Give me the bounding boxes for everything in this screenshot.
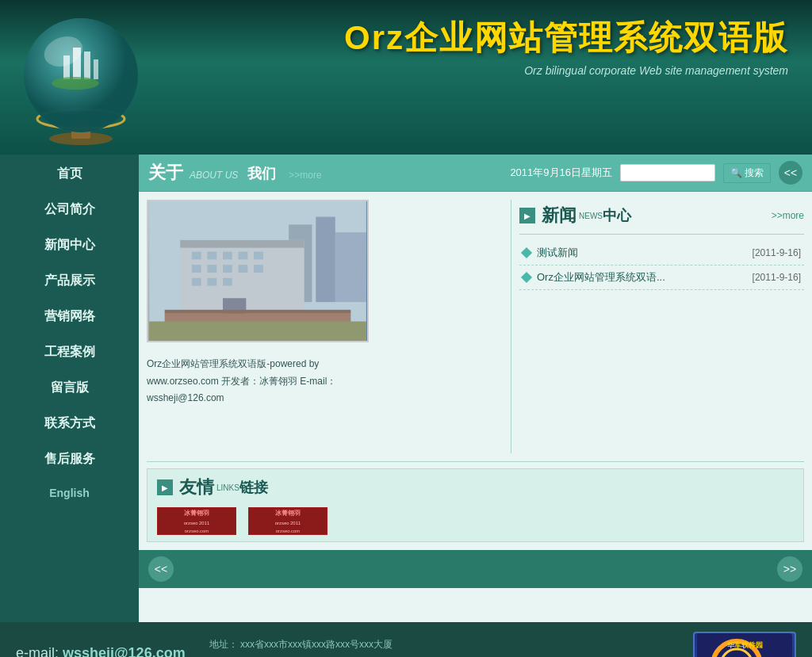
svg-text:华军软件园: 华军软件园	[726, 641, 763, 649]
about-sub-label: 我们	[247, 164, 276, 183]
scroll-right-button[interactable]: >>	[777, 556, 802, 582]
footer: e-mail: wssheji@126.com 地址： xxx省xxx市xxx镇…	[0, 622, 812, 657]
scroll-left-button[interactable]: <<	[148, 556, 174, 582]
svg-rect-16	[180, 240, 304, 248]
svg-rect-7	[73, 48, 81, 79]
company-image	[147, 200, 369, 342]
site-subtitle: Orz bilingual corporate Web site managem…	[344, 64, 788, 77]
link-banner-1[interactable]: 冰菁翎羽 orzseo 2011 orzseo.com	[157, 507, 236, 535]
svg-text:orzseo 2011: orzseo 2011	[275, 521, 301, 525]
svg-rect-17	[192, 252, 201, 260]
news-item-date-1: [2011-9-16]	[753, 247, 801, 258]
svg-rect-18	[207, 252, 216, 260]
header: Orz企业网站管理系统双语版 Orz bilingual corporate W…	[0, 0, 812, 155]
sidebar-item-news[interactable]: 新闻中心	[12, 229, 127, 262]
topbar-right: 2011年9月16日星期五 🔍 搜索 <<	[510, 161, 802, 185]
sidebar-item-about[interactable]: 公司简介	[12, 193, 127, 226]
svg-rect-9	[94, 59, 98, 79]
news-title-en: NEWS	[579, 212, 603, 220]
svg-rect-33	[149, 322, 366, 341]
sidebar-item-home[interactable]: 首页	[12, 158, 127, 190]
svg-rect-21	[254, 252, 263, 260]
news-icon: ▶	[519, 208, 535, 223]
link-banner-2[interactable]: 冰菁翎羽 orzseo 2011 orzseo.com	[248, 507, 327, 535]
news-dot-icon-2	[521, 272, 532, 283]
svg-text:orzseo.com: orzseo.com	[185, 529, 209, 533]
content-divider	[147, 461, 804, 462]
footer-email: e-mail: wssheji@126.com	[16, 645, 186, 657]
about-cn-label: 关于	[148, 161, 183, 185]
news-title-cn: 新闻	[542, 204, 576, 227]
links-title-en: LINKS	[216, 483, 239, 492]
back-button[interactable]: <<	[779, 161, 802, 185]
footer-logo-top: 华军软件园 ONLINEDOWN.NET	[697, 633, 792, 658]
sidebar-item-contact[interactable]: 联系方式	[12, 407, 127, 440]
bottom-nav: << >>	[139, 550, 812, 588]
svg-text:冰菁翎羽: 冰菁翎羽	[275, 510, 301, 517]
footer-logo: 华军软件园 ONLINEDOWN.NET	[693, 632, 796, 657]
svg-rect-14	[335, 232, 366, 302]
svg-rect-13	[316, 217, 335, 303]
footer-address: 地址： xxx省xxx市xxx镇xxx路xxx号xxx大厦 电话： +86-21…	[209, 636, 433, 657]
svg-rect-19	[223, 252, 232, 260]
news-title-sub: 中心	[603, 206, 631, 225]
links-title-cn: 友情	[179, 476, 214, 499]
svg-rect-23	[207, 265, 216, 273]
date-display: 2011年9月16日星期五	[510, 166, 612, 180]
svg-rect-27	[192, 278, 201, 286]
about-more-link[interactable]: >>more	[289, 170, 321, 181]
svg-rect-8	[84, 52, 90, 79]
content-topbar: 关于 ABOUT US 我们 >>more 2011年9月16日星期五 🔍 搜索…	[139, 155, 812, 192]
search-icon: 🔍	[730, 167, 742, 178]
svg-rect-31	[165, 310, 351, 314]
header-title: Orz企业网站管理系统双语版 Orz bilingual corporate W…	[344, 16, 788, 77]
news-item-1[interactable]: 测试新闻 [2011-9-16]	[519, 241, 804, 265]
news-dot-icon	[521, 247, 532, 258]
links-title-sub: 链接	[239, 478, 268, 497]
news-header: ▶ 新闻 NEWS 中心 >>more	[519, 200, 804, 235]
links-items: 冰菁翎羽 orzseo 2011 orzseo.com 冰菁翎羽 orzseo …	[157, 507, 794, 535]
svg-rect-25	[239, 265, 248, 273]
links-header: ▶ 友情 LINKS 链接	[157, 476, 794, 499]
globe-illustration	[16, 8, 147, 147]
sidebar-item-marketing[interactable]: 营销网络	[12, 300, 127, 333]
company-description: Orz企业网站管理系统双语版-powered by www.orzseo.com…	[147, 352, 501, 411]
svg-text:orzseo 2011: orzseo 2011	[184, 521, 209, 525]
news-item-date-2: [2011-9-16]	[753, 272, 801, 283]
svg-rect-29	[223, 278, 232, 286]
sidebar-item-english[interactable]: English	[12, 479, 127, 507]
svg-rect-6	[63, 55, 70, 79]
sidebar-item-products[interactable]: 产品展示	[12, 265, 127, 297]
search-input[interactable]	[620, 164, 715, 181]
news-item-title-1: 测试新闻	[537, 246, 746, 260]
content-area: 关于 ABOUT US 我们 >>more 2011年9月16日星期五 🔍 搜索…	[139, 155, 812, 622]
links-section: ▶ 友情 LINKS 链接 冰菁翎羽 orzseo 2011 orzseo.co…	[147, 468, 804, 542]
about-en-label: ABOUT US	[190, 170, 238, 181]
left-panel: Orz企业网站管理系统双语版-powered by www.orzseo.com…	[147, 200, 501, 453]
svg-point-10	[52, 77, 99, 90]
svg-rect-26	[254, 265, 263, 273]
news-more-link[interactable]: >>more	[772, 210, 804, 221]
site-title: Orz企业网站管理系统双语版	[344, 16, 788, 60]
svg-text:orzseo.com: orzseo.com	[276, 529, 300, 533]
content-columns: Orz企业网站管理系统双语版-powered by www.orzseo.com…	[139, 192, 812, 461]
search-button[interactable]: 🔍 搜索	[723, 163, 771, 183]
news-item-2[interactable]: Orz企业网站管理系统双语... [2011-9-16]	[519, 265, 804, 290]
svg-rect-28	[207, 278, 216, 286]
news-item-title-2: Orz企业网站管理系统双语...	[537, 270, 746, 285]
sidebar-item-service[interactable]: 售后服务	[12, 443, 127, 476]
about-heading: 关于 ABOUT US 我们 >>more	[148, 161, 322, 185]
sidebar-item-messages[interactable]: 留言版	[12, 372, 127, 404]
sidebar: 首页 公司简介 新闻中心 产品展示 营销网络 工程案例 留言版 联系方式 售后服…	[0, 155, 139, 622]
main-container: 首页 公司简介 新闻中心 产品展示 营销网络 工程案例 留言版 联系方式 售后服…	[0, 155, 812, 622]
links-icon: ▶	[157, 479, 173, 495]
svg-rect-24	[223, 265, 232, 273]
svg-rect-20	[239, 252, 248, 260]
svg-rect-22	[192, 265, 201, 273]
svg-text:冰菁翎羽: 冰菁翎羽	[184, 510, 209, 517]
right-panel: ▶ 新闻 NEWS 中心 >>more 测试新闻 [2011-9-16] Orz…	[511, 200, 804, 453]
sidebar-item-cases[interactable]: 工程案例	[12, 336, 127, 369]
